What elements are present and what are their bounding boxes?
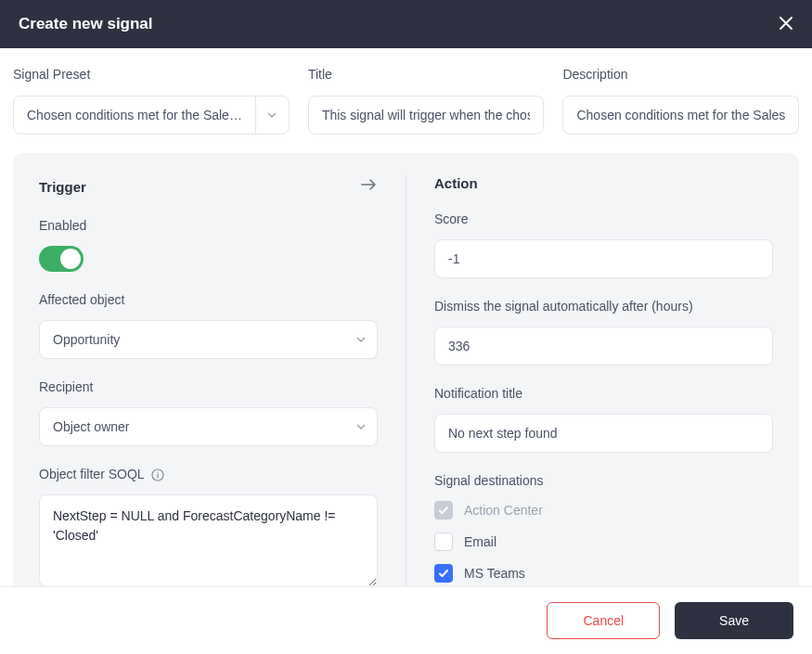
close-button[interactable]: [779, 15, 793, 33]
action-center-checkbox: [434, 501, 453, 519]
trigger-heading: Trigger: [39, 179, 86, 195]
info-icon[interactable]: [151, 468, 164, 481]
score-input[interactable]: [434, 239, 773, 278]
description-field: Description: [562, 67, 799, 135]
affected-object-value: Opportunity: [40, 332, 345, 347]
notification-title-label: Notification title: [434, 386, 773, 401]
chevron-down-icon: [355, 421, 367, 432]
signal-preset-label: Signal Preset: [13, 67, 290, 82]
title-label: Title: [308, 67, 545, 82]
destination-ms-teams: MS Teams: [434, 564, 773, 583]
recipient-label: Recipient: [39, 379, 378, 394]
recipient-select[interactable]: Object owner: [39, 407, 378, 446]
check-icon: [438, 505, 449, 516]
affected-object-label: Affected object: [39, 292, 378, 307]
dialog-title: Create new signal: [19, 15, 153, 33]
dismiss-label: Dismiss the signal automatically after (…: [434, 299, 773, 314]
action-heading: Action: [434, 175, 773, 191]
score-label: Score: [434, 212, 773, 226]
action-column: Action Score Dismiss the signal automati…: [406, 175, 773, 587]
notification-title-input[interactable]: [434, 414, 773, 453]
description-input[interactable]: [562, 96, 799, 135]
ms-teams-label: MS Teams: [464, 566, 525, 581]
email-checkbox[interactable]: [434, 532, 453, 551]
signal-preset-field: Signal Preset Chosen conditions met for …: [13, 67, 290, 135]
cancel-button[interactable]: Cancel: [547, 602, 660, 639]
enabled-toggle[interactable]: [39, 246, 84, 272]
email-label: Email: [464, 534, 496, 549]
destination-email: Email: [434, 532, 773, 551]
arrow-right-icon: [359, 175, 378, 198]
recipient-value: Object owner: [40, 419, 345, 434]
check-icon: [438, 568, 449, 579]
top-fields: Signal Preset Chosen conditions met for …: [0, 48, 812, 153]
destinations-label: Signal destinations: [434, 473, 773, 488]
soql-textarea[interactable]: [39, 494, 378, 587]
title-field: Title: [308, 67, 545, 135]
title-input[interactable]: [308, 96, 545, 135]
affected-object-select[interactable]: Opportunity: [39, 320, 378, 359]
action-center-label: Action Center: [464, 503, 543, 518]
soql-label: Object filter SOQL: [39, 467, 378, 481]
soql-label-text: Object filter SOQL: [39, 467, 144, 481]
signal-preset-value: Chosen conditions met for the Sale…: [14, 108, 255, 122]
select-arrow-wrap: [255, 96, 289, 134]
chevron-down-icon: [355, 334, 367, 345]
description-label: Description: [562, 67, 799, 82]
signal-preset-select[interactable]: Chosen conditions met for the Sale…: [13, 96, 290, 135]
enabled-label: Enabled: [39, 218, 378, 233]
save-button[interactable]: Save: [675, 602, 793, 639]
destination-action-center: Action Center: [434, 501, 773, 519]
chevron-down-icon: [266, 109, 277, 121]
trigger-column: Trigger Enabled Affected object Opportun…: [39, 175, 378, 587]
dialog-footer: Cancel Save: [0, 586, 812, 654]
close-icon: [779, 16, 793, 31]
dialog-header: Create new signal: [0, 0, 812, 48]
ms-teams-checkbox[interactable]: [434, 564, 453, 583]
toggle-knob: [60, 249, 81, 269]
main-panel: Trigger Enabled Affected object Opportun…: [13, 153, 799, 609]
dismiss-input[interactable]: [434, 327, 773, 365]
